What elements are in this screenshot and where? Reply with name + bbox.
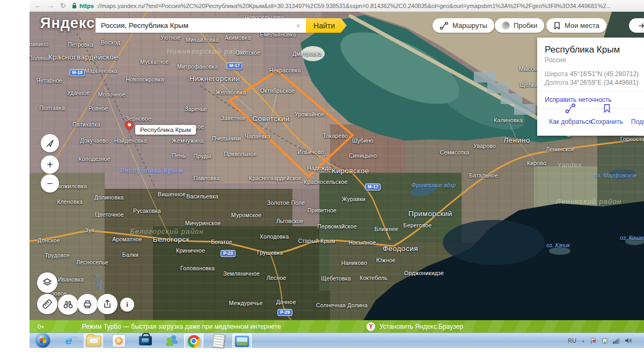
map-label-town: Мускатное (140, 58, 169, 65)
layers-button[interactable] (37, 272, 57, 293)
map-label-town: Ленино (503, 136, 530, 144)
windows-logo-icon (36, 334, 50, 348)
internet-explorer-icon: e (65, 335, 72, 346)
map-label-town: Грушевка (257, 249, 283, 256)
map-label-town: Дмитровка (292, 50, 322, 57)
map-label-town: Южное (376, 257, 396, 263)
map-label-town: Криничное (176, 247, 205, 254)
road-shield: М-17 (365, 183, 380, 190)
start-button[interactable] (34, 334, 52, 348)
taskbar-chrome[interactable] (184, 334, 203, 349)
map-label-town: Золотое Поле (267, 200, 305, 206)
install-browser-link[interactable]: Y Установить Яндекс.Браузер (367, 322, 463, 331)
taskbar-internet-explorer[interactable]: e (60, 334, 78, 348)
language-indicator[interactable]: RU (568, 337, 576, 344)
layers-icon (42, 277, 53, 288)
taskbar-photo-bag[interactable] (136, 334, 155, 348)
map-label-town: Удачное (67, 90, 90, 96)
map-canvas[interactable]: Республика Крым Yandex НовосельцевоЕмель… (30, 12, 644, 320)
ruler-button[interactable] (37, 294, 57, 314)
map-label-town: Пятихатка (72, 121, 100, 128)
fix-inaccuracy-link[interactable]: Исправить неточность (545, 96, 644, 104)
share-label: Поделиться (631, 118, 644, 125)
find-button[interactable]: Найти (306, 18, 347, 33)
volume-icon[interactable] (625, 337, 632, 344)
road-shield: Р-23 (221, 250, 236, 257)
forward-icon[interactable]: → (47, 2, 54, 9)
reload-icon[interactable]: ↻ (60, 2, 66, 9)
turbo-banner[interactable]: 0+ Режим Турбо — быстрая загрузка даже п… (30, 320, 644, 333)
lon-value: 34°26'59"E (34.449681) (570, 78, 638, 87)
route-icon (440, 21, 449, 30)
remove-hardware-icon[interactable] (602, 337, 608, 344)
road-shield: М-17 (226, 62, 242, 69)
address-bar[interactable]: https://maps.yandex.ru/?text=Россия%2C%2… (72, 3, 644, 9)
zoom-out-button[interactable]: − (41, 174, 59, 193)
map-label-town: Уютное (160, 34, 180, 41)
taskbar-image-viewer[interactable] (232, 334, 252, 349)
directions-label: Как добраться (549, 118, 592, 125)
map-label-town: Поляна (30, 55, 49, 61)
map-label-town: Богатое (211, 239, 232, 245)
login-icon (638, 21, 644, 30)
padlock-icon (72, 3, 77, 9)
map-label-town: Земляничное (223, 270, 260, 277)
taskbar-messenger[interactable] (163, 334, 181, 348)
map-label-town: Дачное (276, 299, 296, 305)
map-label-town: Вишенное (158, 191, 186, 197)
locate-me-button[interactable] (41, 134, 59, 152)
taskbar-media-player[interactable] (109, 334, 128, 348)
ruler-icon (42, 299, 53, 309)
binoculars-button[interactable] (58, 294, 78, 315)
taskbar-windows-explorer[interactable] (84, 334, 103, 349)
map-label-town: Красногвардейское (48, 53, 119, 61)
yandex-watermark: Yandex (557, 161, 582, 169)
share-action[interactable]: Поделиться (630, 103, 644, 125)
map-label-town: Русаковка (133, 208, 161, 214)
map-label-town: Митрофановка (177, 63, 218, 70)
map-label-town: Клепинино (30, 41, 48, 47)
map-label-town: Синицыно (349, 152, 377, 159)
action-center-flag-icon[interactable] (590, 337, 597, 344)
routes-button[interactable]: Маршруты (433, 18, 494, 33)
lat-value: 45°16'51"N (45.280712) (570, 70, 639, 78)
map-label-town: Советский (252, 115, 290, 123)
lon-label: Долгота (545, 78, 570, 87)
back-icon[interactable]: ← (34, 2, 41, 9)
lat-label: Широта (545, 70, 570, 78)
network-signal-icon[interactable] (613, 337, 620, 344)
map-info-button[interactable]: i (120, 298, 134, 312)
turbo-text: Режим Турбо — быстрая загрузка даже при … (82, 323, 281, 330)
map-pin-label[interactable]: Республика Крым (135, 125, 196, 135)
traffic-button[interactable]: Пробки (495, 18, 544, 33)
tray-expand-icon[interactable]: ▲ (581, 339, 585, 343)
map-label-town: Колодезное (78, 156, 111, 162)
map-label-town: Горностаевка (620, 136, 644, 142)
map-label-town: Михайловка (186, 36, 219, 43)
map-label-town: Головановка (180, 265, 215, 271)
clear-search-icon[interactable]: × (296, 21, 301, 30)
map-label-town: Некрасовка (269, 67, 301, 73)
water-label: оз. Кошкино (620, 234, 644, 241)
water-label: Фронтовое вдхр (412, 182, 456, 188)
yandex-logo[interactable]: Яндекс (40, 15, 95, 32)
map-label-town: Лесноселье (76, 259, 108, 265)
zoom-in-button[interactable]: + (41, 156, 59, 174)
share-map-button[interactable] (97, 294, 118, 314)
map-label-town: Шубино (352, 137, 374, 144)
folder-icon (86, 336, 101, 346)
chrome-icon (188, 335, 200, 348)
coordinates: Широта 45°16'51"N (45.280712) Долгота 34… (545, 70, 644, 87)
map-label-town: Трудовое (45, 252, 70, 258)
map-label-town: Красногвардейское (249, 175, 302, 181)
save-action[interactable]: Сохранить (587, 103, 627, 125)
login-button[interactable] (629, 18, 644, 33)
taskbar-notes[interactable] (209, 334, 228, 348)
map-label-town: Нижнегорский (189, 75, 240, 83)
map-label-town: Наниково (341, 260, 368, 266)
print-button[interactable] (77, 294, 98, 314)
map-label-town: Насыпное (349, 239, 376, 246)
search-input[interactable]: Россия, Республика Крым × (96, 18, 306, 33)
my-places-button[interactable]: Мои места (546, 18, 606, 33)
district-label: Ленинский район (556, 197, 621, 205)
